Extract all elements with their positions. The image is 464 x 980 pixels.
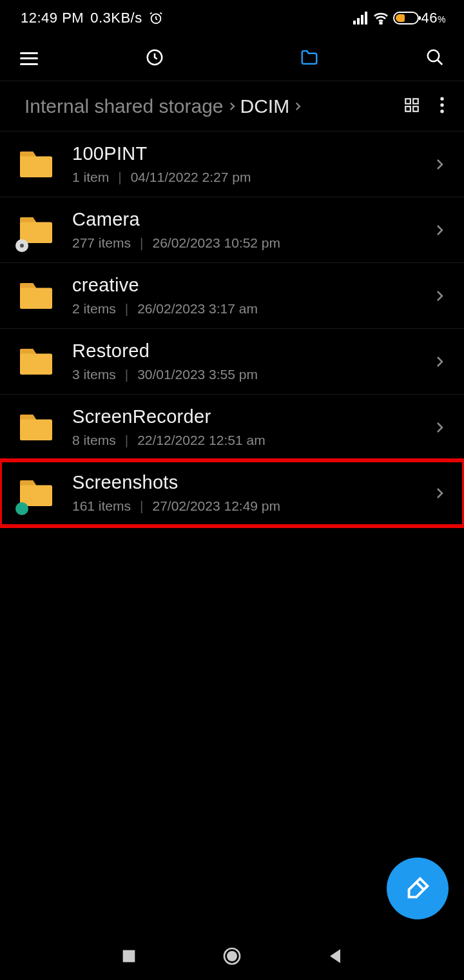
folder-label: Restored 3 items | 30/01/2023 3:55 pm [72, 340, 432, 382]
folder-date: 26/02/2023 3:17 am [137, 301, 258, 317]
status-left: 12:49 PM 0.3KB/s [21, 10, 163, 26]
svg-rect-1 [353, 21, 356, 24]
svg-point-5 [380, 23, 382, 24]
folder-meta: 161 items | 27/02/2023 12:49 pm [72, 498, 432, 514]
svg-rect-4 [365, 12, 367, 24]
folder-row[interactable]: Camera 277 items | 26/02/2023 10:52 pm [0, 197, 464, 263]
folder-name: creative [72, 275, 432, 296]
folder-label: Screenshots 161 items | 27/02/2023 12:49… [72, 472, 432, 514]
folder-icon [17, 277, 55, 315]
folder-icon [17, 474, 55, 513]
meta-separator: | [125, 367, 128, 382]
search-button[interactable] [425, 48, 445, 70]
svg-rect-2 [357, 18, 360, 24]
wifi-icon [372, 12, 389, 24]
folder-name: 100PINT [72, 143, 432, 164]
clean-fab[interactable] [387, 858, 449, 919]
folder-item-count: 161 items [72, 498, 131, 514]
svg-point-17 [227, 952, 236, 960]
status-right: 46% [353, 10, 446, 26]
folder-item-count: 277 items [72, 235, 131, 251]
folder-name: ScreenRecorder [72, 406, 432, 427]
signal-icon [353, 12, 369, 24]
status-bar: 12:49 PM 0.3KB/s 46% [0, 0, 464, 36]
breadcrumb-root[interactable]: Internal shared storage [24, 95, 224, 117]
folder-date: 04/11/2022 2:27 pm [131, 170, 251, 185]
meta-separator: | [118, 170, 121, 185]
folder-icon [17, 211, 55, 250]
folder-badge-icon [15, 502, 28, 515]
breadcrumb[interactable]: Internal shared storage DCIM [24, 95, 403, 117]
folder-meta: 1 item | 04/11/2022 2:27 pm [72, 170, 432, 185]
folder-meta: 3 items | 30/01/2023 3:55 pm [72, 367, 432, 382]
folder-row[interactable]: ScreenRecorder 8 items | 22/12/2022 12:5… [0, 395, 464, 460]
folder-icon [17, 342, 55, 381]
meta-separator: | [125, 433, 128, 448]
folder-item-count: 8 items [72, 433, 116, 448]
folder-date: 22/12/2022 12:51 am [137, 433, 266, 448]
view-toggle-button[interactable] [403, 97, 420, 116]
meta-separator: | [140, 498, 143, 514]
folder-label: Camera 277 items | 26/02/2023 10:52 pm [72, 209, 432, 251]
alarm-icon [149, 11, 163, 25]
battery-indicator: 46% [393, 10, 446, 26]
folder-label: 100PINT 1 item | 04/11/2022 2:27 pm [72, 143, 432, 185]
folder-item-count: 1 item [72, 170, 109, 185]
status-net-speed: 0.3KB/s [90, 10, 142, 26]
folder-meta: 277 items | 26/02/2023 10:52 pm [72, 235, 432, 251]
chevron-right-icon [432, 222, 447, 238]
folder-item-count: 2 items [72, 301, 116, 317]
folder-item-count: 3 items [72, 367, 116, 382]
nav-recents-button[interactable] [119, 946, 139, 969]
android-nav-bar [0, 935, 464, 980]
svg-rect-11 [413, 106, 418, 112]
svg-point-12 [440, 97, 443, 100]
folder-meta: 8 items | 22/12/2022 12:51 am [72, 433, 432, 448]
meta-separator: | [140, 235, 143, 251]
more-options-button[interactable] [440, 97, 445, 116]
folder-icon [17, 145, 55, 184]
folder-name: Camera [72, 209, 432, 230]
status-time: 12:49 PM [21, 10, 84, 26]
breadcrumb-current[interactable]: DCIM [240, 95, 290, 117]
folder-label: creative 2 items | 26/02/2023 3:17 am [72, 275, 432, 317]
folder-name: Restored [72, 340, 432, 362]
svg-point-13 [440, 103, 443, 106]
nav-back-button[interactable] [325, 946, 345, 969]
svg-rect-9 [413, 99, 418, 104]
svg-point-14 [440, 110, 443, 113]
chevron-right-icon [432, 288, 447, 304]
battery-percent: 46% [421, 10, 446, 26]
folder-date: 27/02/2023 12:49 pm [153, 498, 281, 514]
folder-row[interactable]: Restored 3 items | 30/01/2023 3:55 pm [0, 329, 464, 395]
tab-recent[interactable] [145, 48, 164, 70]
svg-point-7 [428, 50, 440, 61]
folder-date: 26/02/2023 10:52 pm [153, 235, 281, 251]
folder-label: ScreenRecorder 8 items | 22/12/2022 12:5… [72, 406, 432, 448]
breadcrumb-row: Internal shared storage DCIM [0, 81, 464, 132]
folder-date: 30/01/2023 3:55 pm [137, 367, 258, 382]
tab-browse[interactable] [300, 48, 319, 70]
chevron-right-icon [432, 485, 447, 501]
svg-rect-3 [361, 15, 363, 24]
svg-rect-8 [405, 99, 411, 104]
folder-badge-icon [15, 239, 28, 252]
meta-separator: | [125, 301, 128, 317]
folder-list: 100PINT 1 item | 04/11/2022 2:27 pm Came… [0, 132, 464, 526]
svg-rect-15 [123, 950, 135, 963]
chevron-right-icon [432, 157, 447, 172]
app-tab-bar [0, 36, 464, 81]
chevron-right-icon [226, 101, 238, 112]
folder-icon [17, 408, 55, 447]
battery-icon [393, 12, 419, 24]
folder-row[interactable]: Screenshots 161 items | 27/02/2023 12:49… [0, 460, 464, 526]
chevron-right-icon [432, 354, 447, 369]
chevron-right-icon [432, 420, 447, 435]
folder-meta: 2 items | 26/02/2023 3:17 am [72, 301, 432, 317]
svg-rect-10 [405, 106, 411, 112]
folder-name: Screenshots [72, 472, 432, 493]
menu-button[interactable] [20, 52, 38, 65]
folder-row[interactable]: creative 2 items | 26/02/2023 3:17 am [0, 263, 464, 329]
folder-row[interactable]: 100PINT 1 item | 04/11/2022 2:27 pm [0, 132, 464, 197]
nav-home-button[interactable] [222, 946, 242, 969]
